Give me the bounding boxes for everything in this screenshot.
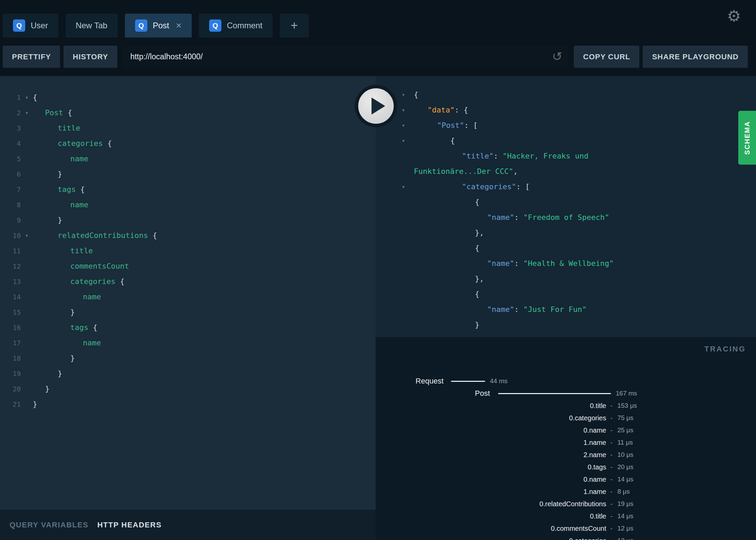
line-number: 2 [0,109,21,117]
code-token: "Just For Fun" [523,305,586,314]
response-code: "title": "Hacker, Freaks und [414,152,588,160]
response-viewer[interactable]: ▾{▾"data": {▾"Post": [▾{"title": "Hacker… [376,76,756,337]
tab-comment[interactable]: Q Comment [199,14,273,38]
line-number: 6 [0,170,21,178]
history-button[interactable]: HISTORY [63,46,117,68]
query-line: 7tags { [0,182,376,197]
code-token: } [58,216,62,224]
trace-value: 11 μs [617,439,633,446]
trace-label: 1.name [376,488,606,496]
trace-label: 0.commentsCount [376,525,606,532]
fold-arrow-icon[interactable]: ▾ [21,109,33,116]
response-code: { [414,90,418,99]
code-token: : [ [516,182,530,191]
query-line: 19} [0,366,376,381]
code-token: commentsCount [70,262,129,270]
response-code: "Post": [ [414,121,478,130]
query-code: name [33,200,88,209]
trace-row: 0.categories-13 μs [376,535,756,540]
fold-arrow-icon[interactable]: ▾ [21,232,33,239]
tab-label: User [31,21,48,30]
copy-curl-button[interactable]: COPY CURL [574,46,639,68]
trace-row: 0.title-153 μs [376,400,756,412]
query-code: } [33,170,62,178]
response-line: }, [376,225,756,240]
endpoint-url-wrap: ↺ [123,46,568,67]
code-token: } [70,308,75,316]
tracing-title: TRACING [704,345,746,354]
trace-duration-bar [451,381,485,382]
code-token: }, [475,228,484,237]
fold-arrow-icon[interactable]: ▾ [21,94,33,101]
query-variables-tab[interactable]: QUERY VARIABLES [10,521,88,529]
code-token: { [76,185,85,194]
line-number: 7 [0,185,21,194]
response-code: { [414,244,479,252]
settings-gear-icon[interactable]: ⚙ [727,8,741,24]
query-line: 3title [0,120,376,136]
code-token: { [475,290,479,298]
code-token: } [33,400,37,408]
trace-dash: - [610,402,613,410]
trace-label: 0.title [376,512,606,520]
code-token: { [103,139,112,148]
trace-value: 10 μs [617,451,634,459]
tracing-panel: TRACING Request44 msPost167 ms0.title-15… [376,337,756,540]
code-token: categories [58,139,103,148]
endpoint-url-input[interactable] [123,46,568,67]
trace-dash: - [610,439,613,447]
query-code: categories { [33,277,125,286]
line-number: 21 [0,400,21,408]
query-editor[interactable]: 1▾{2▾Post {3title4categories {5name6}7ta… [0,76,376,510]
trace-label: 0.title [376,402,606,410]
trace-value: 19 μs [617,500,634,508]
trace-row: 2.name-10 μs [376,449,756,461]
trace-row: 0.commentsCount-12 μs [376,522,756,535]
tab-new-tab[interactable]: New Tab [66,14,118,38]
plus-icon: + [291,19,298,32]
query-line: 9} [0,212,376,228]
trace-duration-bar [498,393,611,394]
code-token: } [475,320,479,329]
code-token: { [33,93,37,102]
code-token: "data" [427,106,454,114]
trace-dash: - [610,488,613,496]
code-token: categories [70,277,115,286]
share-playground-button[interactable]: SHARE PLAYGROUND [643,46,748,68]
trace-row: 1.name-8 μs [376,485,756,498]
prettify-button[interactable]: PRETTIFY [3,46,60,68]
fold-arrow-icon[interactable]: ▾ [376,137,414,144]
tab-post[interactable]: Q Post × [125,14,192,38]
trace-row: Request44 ms [376,375,756,387]
reload-icon[interactable]: ↺ [552,50,562,63]
tab-user[interactable]: Q User [3,14,58,38]
execute-button[interactable] [355,85,397,127]
response-code: "name": "Health & Wellbeing" [414,259,614,268]
line-number: 15 [0,308,21,316]
new-tab-button[interactable]: + [280,14,309,38]
line-number: 13 [0,278,21,286]
line-number: 10 [0,231,21,240]
http-headers-tab[interactable]: HTTP HEADERS [97,521,162,529]
response-code: }, [414,274,484,283]
response-line: { [376,240,756,256]
query-line: 6} [0,166,376,182]
schema-tab-label: SCHEMA [743,121,751,155]
response-line: "name": "Freedom of Speech" [376,210,756,225]
trace-value: 13 μs [617,537,634,540]
line-number: 17 [0,339,21,347]
close-icon[interactable]: × [176,21,181,30]
code-token: "Health & Wellbeing" [523,259,614,268]
code-token: , [513,167,518,176]
code-token: { [63,108,72,117]
trace-dash: - [610,512,613,520]
response-code: } [414,320,479,329]
trace-row: 0.relatedContributions-19 μs [376,498,756,510]
line-number: 3 [0,124,21,132]
schema-tab[interactable]: SCHEMA [738,111,756,165]
code-token: "Post" [437,121,464,130]
fold-arrow-icon[interactable]: ▾ [376,183,414,190]
response-lines: ▾{▾"data": {▾"Post": [▾{"title": "Hacker… [376,76,756,337]
trace-label: 2.name [376,451,606,459]
trace-row: 1.name-11 μs [376,436,756,449]
